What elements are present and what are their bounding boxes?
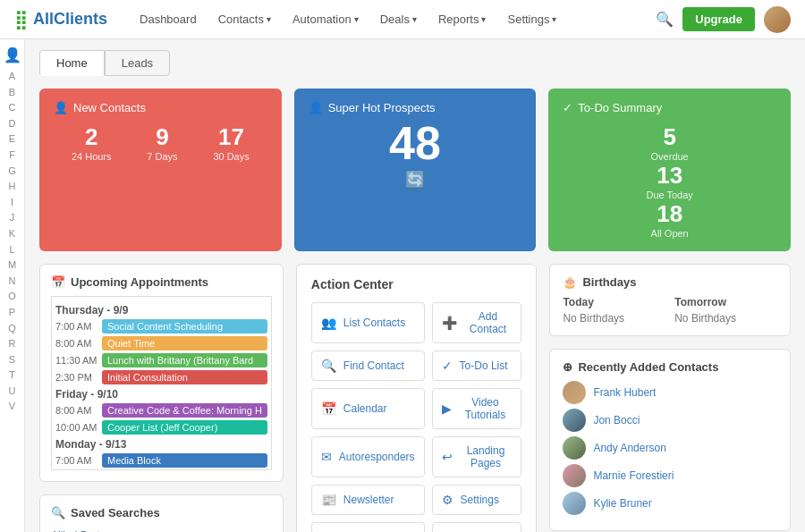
right-column: 🎂 Birthdays Today No Birthdays Tomorrow … [549, 264, 791, 532]
alpha-n[interactable]: N [9, 274, 16, 290]
contact-name[interactable]: Kylie Bruner [593, 497, 651, 510]
alpha-r[interactable]: R [9, 336, 16, 352]
search-icon: 🔍 [51, 506, 65, 519]
nav-automation[interactable]: Automation▾ [282, 0, 369, 39]
alpha-i[interactable]: I [11, 195, 13, 211]
calendar-icon: 📅 [321, 401, 336, 416]
stat-all-open: 18 All Open [563, 200, 776, 239]
alpha-c[interactable]: C [9, 100, 16, 116]
alpha-g[interactable]: G [8, 164, 16, 180]
alpha-p[interactable]: P [9, 305, 15, 321]
find-contact-icon: 🔍 [321, 359, 336, 373]
nav-settings[interactable]: Settings▾ [496, 0, 567, 39]
birthday-icon: 🎂 [563, 275, 577, 289]
recently-added-icon: ⊕ [563, 360, 572, 374]
todo-icon: ✓ [442, 359, 453, 373]
alpha-b[interactable]: B [9, 85, 15, 101]
nav-contacts[interactable]: Contacts▾ [208, 0, 282, 39]
user-avatar[interactable] [764, 6, 791, 33]
alpha-a[interactable]: A [9, 69, 15, 85]
appt-item: 2:30 PM Initial Consultation [55, 370, 267, 384]
contact-row: Jon Bocci [563, 409, 777, 432]
recently-added-card: ⊕ Recently Added Contacts Frank Hubert J… [549, 349, 791, 531]
appt-item: 7:00 AM Social Content Scheduling [55, 319, 267, 334]
todo-title: ✓ To-Do Summary [563, 101, 776, 114]
day-monday: Monday - 9/13 [55, 438, 267, 451]
contact-name[interactable]: Jon Bocci [593, 414, 640, 426]
appt-item: 8:00 AM Quiet Time [55, 336, 267, 350]
contact-row: Marnie Forestieri [563, 464, 777, 487]
alpha-l[interactable]: L [9, 242, 14, 258]
tabs: Home Leads [39, 50, 791, 76]
action-center-card: Action Center 👥 List Contacts ➕ Add Cont… [296, 264, 538, 532]
calendar-icon: 📅 [51, 275, 65, 289]
stat-overdue: 5 Overdue [563, 123, 776, 162]
list-contacts-btn[interactable]: 👥 List Contacts [311, 302, 425, 343]
alpha-u[interactable]: U [9, 384, 16, 400]
alpha-f[interactable]: F [9, 148, 15, 164]
main-grid: 📅 Upcoming Appointments Thursday - 9/9 7… [39, 264, 791, 532]
appt-item: 10:00 AM Cooper List (Jeff Cooper) [55, 420, 267, 435]
birthdays-title: 🎂 Birthdays [563, 275, 777, 289]
contact-avatar [563, 436, 586, 460]
find-contact-btn[interactable]: 🔍 Find Contact [311, 350, 425, 381]
settings-btn[interactable]: ⚙ Settings [432, 485, 522, 515]
saved-search-allied[interactable]: Allied Partners [51, 527, 272, 532]
alpha-v[interactable]: V [9, 399, 15, 415]
alpha-d[interactable]: D [9, 116, 16, 132]
upgrade-button[interactable]: Upgrade [682, 7, 755, 31]
contact-name[interactable]: Andy Anderson [593, 442, 665, 454]
reports-btn[interactable]: 📊 Reports [432, 522, 522, 532]
nav-links: Dashboard Contacts▾ Automation▾ Deals▾ R… [129, 0, 656, 39]
todo-list-btn[interactable]: ✓ To-Do List [432, 350, 522, 381]
contact-avatar [563, 492, 586, 515]
logo-text: AllClients [33, 10, 107, 29]
person-icon: 👤 [4, 46, 21, 63]
alpha-h[interactable]: H [9, 179, 16, 195]
page-layout: 👤 A B C D E F G H I J K L M N O P Q R S … [0, 39, 805, 532]
landing-pages-btn[interactable]: ↩ Landing Pages [432, 436, 522, 477]
alpha-e[interactable]: E [9, 131, 15, 148]
person-icon: 👤 [54, 101, 68, 114]
day-thursday: Thursday - 9/9 [55, 304, 267, 317]
contact-name[interactable]: Marnie Forestieri [593, 469, 674, 482]
alpha-m[interactable]: M [8, 258, 16, 274]
alpha-t[interactable]: T [9, 367, 15, 384]
nav-dashboard[interactable]: Dashboard [129, 0, 208, 39]
tab-home[interactable]: Home [39, 50, 105, 76]
nav-right: 🔍 Upgrade [656, 6, 791, 33]
autoresponders-icon: ✉ [321, 450, 332, 464]
stats-row: 👤 New Contacts 2 24 Hours 9 7 Days 17 30… [39, 89, 791, 251]
contact-row: Frank Hubert [563, 381, 777, 404]
saved-searches-title: 🔍 Saved Searches [51, 506, 272, 519]
nav-logo[interactable]: ⣿ AllClients [14, 9, 107, 30]
autoresponders-btn[interactable]: ✉ Autoresponders [311, 436, 425, 477]
alpha-o[interactable]: O [8, 289, 16, 305]
stat-7d: 9 7 Days [147, 123, 177, 162]
video-tutorials-btn[interactable]: ▶ Video Tutorials [432, 388, 522, 429]
add-contact-btn[interactable]: ➕ Add Contact [432, 302, 522, 343]
contact-name[interactable]: Frank Hubert [593, 386, 656, 399]
appointments-scroll[interactable]: Thursday - 9/9 7:00 AM Social Content Sc… [51, 296, 272, 470]
nav-deals[interactable]: Deals▾ [369, 0, 428, 39]
saved-searches-card: 🔍 Saved Searches Allied Partners Chicago… [39, 494, 284, 532]
email-templates-btn[interactable]: ✉ Email Templates [311, 522, 425, 532]
alpha-q[interactable]: Q [8, 321, 16, 337]
contact-avatar [563, 464, 586, 487]
tab-leads[interactable]: Leads [105, 50, 170, 76]
fire-icon: 👤 [309, 101, 323, 114]
reload-icon[interactable]: 🔄 [309, 170, 522, 190]
alpha-s[interactable]: S [9, 352, 15, 368]
calendar-btn[interactable]: 📅 Calendar [311, 388, 425, 429]
alpha-j[interactable]: J [10, 210, 15, 226]
new-contacts-title: 👤 New Contacts [54, 101, 267, 114]
stat-due-today: 13 Due Today [563, 162, 776, 200]
list-contacts-icon: 👥 [321, 316, 336, 330]
sidebar-alpha: 👤 A B C D E F G H I J K L M N O P Q R S … [0, 39, 25, 532]
nav-reports[interactable]: Reports▾ [428, 0, 497, 39]
newsletter-btn[interactable]: 📰 Newsletter [311, 485, 425, 515]
appt-item: 7:00 AM Media Block [55, 453, 267, 468]
contact-row: Kylie Bruner [563, 492, 777, 515]
search-button[interactable]: 🔍 [656, 11, 674, 28]
alpha-k[interactable]: K [9, 226, 15, 242]
